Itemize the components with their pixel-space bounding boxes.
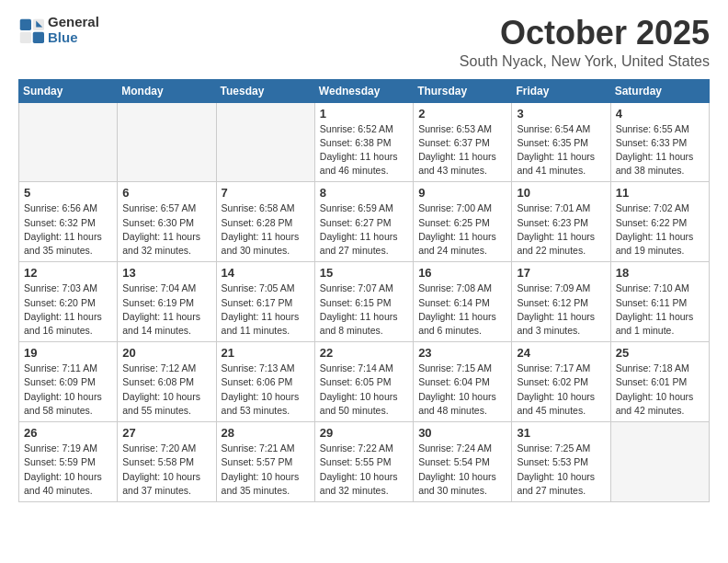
day-number: 15 [320,266,408,280]
day-info: Sunrise: 7:02 AM Sunset: 6:22 PM Dayligh… [616,201,704,258]
day-info: Sunrise: 7:22 AM Sunset: 5:55 PM Dayligh… [320,442,408,498]
day-info: Sunrise: 7:01 AM Sunset: 6:23 PM Dayligh… [517,201,605,258]
calendar-cell: 11Sunrise: 7:02 AM Sunset: 6:22 PM Dayli… [610,182,709,262]
calendar-cell: 19Sunrise: 7:11 AM Sunset: 6:09 PM Dayli… [19,342,118,422]
calendar-cell: 3Sunrise: 6:54 AM Sunset: 6:35 PM Daylig… [512,102,610,182]
day-info: Sunrise: 6:52 AM Sunset: 6:38 PM Dayligh… [320,122,408,178]
col-saturday: Saturday [610,79,709,102]
day-info: Sunrise: 7:15 AM Sunset: 6:04 PM Dayligh… [418,362,506,418]
day-number: 11 [616,186,704,200]
day-info: Sunrise: 7:13 AM Sunset: 6:06 PM Dayligh… [222,362,310,418]
logo-text: General Blue [48,15,99,45]
day-info: Sunrise: 7:21 AM Sunset: 5:57 PM Dayligh… [222,442,310,498]
calendar-cell: 29Sunrise: 7:22 AM Sunset: 5:55 PM Dayli… [314,422,413,502]
calendar-cell: 16Sunrise: 7:08 AM Sunset: 6:14 PM Dayli… [414,262,512,342]
col-sunday: Sunday [19,79,118,102]
calendar-cell: 20Sunrise: 7:12 AM Sunset: 6:08 PM Dayli… [118,342,216,422]
day-info: Sunrise: 6:54 AM Sunset: 6:35 PM Dayligh… [517,122,605,178]
day-number: 10 [517,186,605,200]
day-number: 1 [320,107,408,121]
logo-icon [18,17,44,43]
day-info: Sunrise: 7:00 AM Sunset: 6:25 PM Dayligh… [418,201,506,258]
calendar-cell: 24Sunrise: 7:17 AM Sunset: 6:02 PM Dayli… [512,342,610,422]
day-number: 26 [24,426,112,440]
day-info: Sunrise: 7:03 AM Sunset: 6:20 PM Dayligh… [24,282,112,338]
day-number: 29 [320,426,408,440]
day-info: Sunrise: 6:56 AM Sunset: 6:32 PM Dayligh… [24,201,112,258]
day-number: 6 [122,186,210,200]
day-info: Sunrise: 7:20 AM Sunset: 5:58 PM Dayligh… [122,442,210,498]
day-info: Sunrise: 6:55 AM Sunset: 6:33 PM Dayligh… [616,122,704,178]
day-number: 12 [24,266,112,280]
calendar-table: Sunday Monday Tuesday Wednesday Thursday… [18,79,710,502]
day-number: 23 [418,346,506,360]
day-number: 2 [418,107,506,121]
day-number: 18 [616,266,704,280]
day-number: 30 [418,426,506,440]
header: General Blue October 2025 South Nyack, N… [18,15,710,70]
calendar-subtitle: South Nyack, New York, United States [460,53,710,70]
calendar-cell: 18Sunrise: 7:10 AM Sunset: 6:11 PM Dayli… [610,262,709,342]
day-number: 14 [222,266,310,280]
day-info: Sunrise: 7:05 AM Sunset: 6:17 PM Dayligh… [222,282,310,338]
day-info: Sunrise: 7:08 AM Sunset: 6:14 PM Dayligh… [418,282,506,338]
day-number: 7 [222,186,310,200]
logo-general-text: General [48,15,99,30]
svg-rect-3 [33,31,44,42]
calendar-cell: 23Sunrise: 7:15 AM Sunset: 6:04 PM Dayli… [414,342,512,422]
col-monday: Monday [118,79,216,102]
logo-blue-text: Blue [48,30,99,46]
calendar-cell: 28Sunrise: 7:21 AM Sunset: 5:57 PM Dayli… [216,422,314,502]
calendar-cell: 1Sunrise: 6:52 AM Sunset: 6:38 PM Daylig… [314,102,413,182]
logo: General Blue [18,15,99,45]
calendar-cell: 15Sunrise: 7:07 AM Sunset: 6:15 PM Dayli… [314,262,413,342]
day-number: 19 [24,346,112,360]
calendar-cell: 25Sunrise: 7:18 AM Sunset: 6:01 PM Dayli… [610,342,709,422]
calendar-cell: 31Sunrise: 7:25 AM Sunset: 5:53 PM Dayli… [512,422,610,502]
calendar-header-row: Sunday Monday Tuesday Wednesday Thursday… [19,79,710,102]
calendar-week-1: 5Sunrise: 6:56 AM Sunset: 6:32 PM Daylig… [19,182,710,262]
day-info: Sunrise: 7:17 AM Sunset: 6:02 PM Dayligh… [517,362,605,418]
calendar-cell: 30Sunrise: 7:24 AM Sunset: 5:54 PM Dayli… [414,422,512,502]
calendar-cell: 13Sunrise: 7:04 AM Sunset: 6:19 PM Dayli… [118,262,216,342]
day-number: 24 [517,346,605,360]
day-info: Sunrise: 7:14 AM Sunset: 6:05 PM Dayligh… [320,362,408,418]
day-info: Sunrise: 6:57 AM Sunset: 6:30 PM Dayligh… [122,201,210,258]
day-info: Sunrise: 7:04 AM Sunset: 6:19 PM Dayligh… [122,282,210,338]
page-container: General Blue October 2025 South Nyack, N… [0,0,728,517]
day-number: 5 [24,186,112,200]
calendar-title: October 2025 [460,15,710,52]
day-info: Sunrise: 7:12 AM Sunset: 6:08 PM Dayligh… [122,362,210,418]
col-tuesday: Tuesday [216,79,314,102]
day-number: 21 [222,346,310,360]
calendar-cell: 2Sunrise: 6:53 AM Sunset: 6:37 PM Daylig… [414,102,512,182]
day-info: Sunrise: 7:19 AM Sunset: 5:59 PM Dayligh… [24,442,112,498]
day-info: Sunrise: 7:11 AM Sunset: 6:09 PM Dayligh… [24,362,112,418]
day-number: 13 [122,266,210,280]
day-info: Sunrise: 7:07 AM Sunset: 6:15 PM Dayligh… [320,282,408,338]
calendar-week-0: 1Sunrise: 6:52 AM Sunset: 6:38 PM Daylig… [19,102,710,182]
calendar-cell: 17Sunrise: 7:09 AM Sunset: 6:12 PM Dayli… [512,262,610,342]
day-info: Sunrise: 7:10 AM Sunset: 6:11 PM Dayligh… [616,282,704,338]
calendar-cell: 21Sunrise: 7:13 AM Sunset: 6:06 PM Dayli… [216,342,314,422]
day-info: Sunrise: 7:09 AM Sunset: 6:12 PM Dayligh… [517,282,605,338]
calendar-cell: 14Sunrise: 7:05 AM Sunset: 6:17 PM Dayli… [216,262,314,342]
calendar-cell [19,102,118,182]
calendar-week-4: 26Sunrise: 7:19 AM Sunset: 5:59 PM Dayli… [19,422,710,502]
day-number: 16 [418,266,506,280]
day-number: 27 [122,426,210,440]
day-number: 3 [517,107,605,121]
day-number: 25 [616,346,704,360]
day-number: 8 [320,186,408,200]
calendar-cell: 7Sunrise: 6:58 AM Sunset: 6:28 PM Daylig… [216,182,314,262]
day-info: Sunrise: 6:59 AM Sunset: 6:27 PM Dayligh… [320,201,408,258]
day-number: 31 [517,426,605,440]
day-info: Sunrise: 6:58 AM Sunset: 6:28 PM Dayligh… [222,201,310,258]
calendar-cell: 6Sunrise: 6:57 AM Sunset: 6:30 PM Daylig… [118,182,216,262]
day-info: Sunrise: 7:18 AM Sunset: 6:01 PM Dayligh… [616,362,704,418]
svg-rect-0 [20,18,31,29]
calendar-cell [610,422,709,502]
calendar-cell: 10Sunrise: 7:01 AM Sunset: 6:23 PM Dayli… [512,182,610,262]
col-friday: Friday [512,79,610,102]
day-number: 9 [418,186,506,200]
